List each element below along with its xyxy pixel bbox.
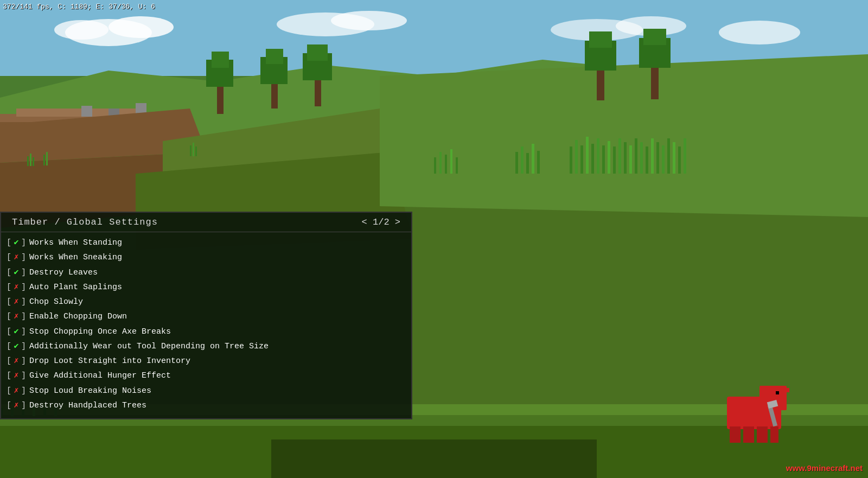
settings-list: [✔] Works When Standing[✗] Works When Sn… — [1, 232, 411, 418]
svg-rect-76 — [678, 146, 681, 174]
check-additionally-wear-out-tool: ✔ — [11, 340, 21, 353]
check-destroy-handplaced-trees: ✗ — [11, 399, 21, 412]
bracket-open: [ — [7, 281, 11, 294]
settings-title-bar: Timber / Global Settings < 1/2 > — [1, 213, 411, 232]
svg-rect-92 — [757, 426, 768, 443]
svg-rect-15 — [81, 106, 92, 117]
svg-rect-41 — [43, 155, 45, 165]
settings-title: Timber / Global Settings — [12, 217, 158, 227]
setting-item-additionally-wear-out-tool[interactable]: [✔] Additionally Wear out Tool Depending… — [1, 339, 411, 354]
svg-rect-35 — [651, 62, 659, 99]
setting-item-works-when-standing[interactable]: [✔] Works When Standing — [1, 235, 411, 250]
setting-item-destroy-leaves[interactable]: [✔] Destroy Leaves — [1, 265, 411, 280]
svg-rect-55 — [537, 151, 540, 174]
bracket-close: ] — [21, 237, 26, 249]
svg-rect-77 — [684, 138, 686, 174]
svg-rect-73 — [662, 145, 665, 174]
svg-rect-56 — [570, 146, 572, 174]
svg-point-3 — [54, 20, 108, 40]
setting-item-works-when-sneaking[interactable]: [✗] Works When Sneaking — [1, 250, 411, 265]
setting-item-stop-loud-breaking[interactable]: [✗] Stop Loud Breaking Noises — [1, 384, 411, 398]
svg-rect-66 — [624, 142, 627, 174]
bracket-open: [ — [7, 237, 11, 249]
svg-rect-37 — [643, 29, 666, 45]
bracket-open: [ — [7, 251, 11, 264]
svg-rect-59 — [586, 137, 589, 174]
bracket-close: ] — [21, 266, 26, 279]
bracket-close: ] — [21, 355, 26, 367]
bracket-close: ] — [21, 281, 26, 294]
setting-item-chop-slowly[interactable]: [✗] Chop Slowly — [1, 295, 411, 309]
settings-page[interactable]: < 1/2 > — [362, 217, 400, 227]
settings-panel[interactable]: Timber / Global Settings < 1/2 > [✔] Wor… — [0, 212, 412, 419]
check-enable-chopping-down: ✗ — [11, 310, 21, 323]
svg-rect-58 — [580, 145, 583, 174]
label-destroy-handplaced-trees: Destroy Handplaced Trees — [29, 399, 146, 412]
watermark-text: www.9minecraft.net — [786, 463, 863, 473]
red-mob — [716, 380, 781, 435]
label-drop-loot-straight: Drop Loot Straight into Inventory — [29, 355, 190, 367]
svg-rect-60 — [591, 144, 594, 174]
bracket-open: [ — [7, 310, 11, 323]
svg-rect-34 — [589, 31, 612, 48]
check-destroy-leaves: ✔ — [11, 266, 21, 279]
debug-info: 372/141 fps, C: 1189; E: 37/36, U: 6 — [3, 3, 155, 11]
svg-rect-69 — [640, 142, 643, 174]
bracket-open: [ — [7, 266, 11, 279]
svg-rect-40 — [33, 157, 34, 166]
svg-rect-87 — [271, 439, 597, 478]
label-stop-loud-breaking: Stop Loud Breaking Noises — [29, 385, 151, 397]
bracket-close: ] — [21, 340, 26, 353]
setting-item-stop-chopping-once-axe-breaks[interactable]: [✔] Stop Chopping Once Axe Breaks — [1, 324, 411, 339]
label-enable-chopping-down: Enable Chopping Down — [29, 310, 127, 323]
setting-item-drop-loot-straight[interactable]: [✗] Drop Loot Straight into Inventory — [1, 354, 411, 368]
setting-item-enable-chopping-down[interactable]: [✗] Enable Chopping Down — [1, 309, 411, 324]
check-stop-chopping-once-axe-breaks: ✔ — [11, 326, 21, 338]
svg-rect-65 — [618, 138, 621, 174]
svg-rect-38 — [27, 156, 29, 166]
label-auto-plant-saplings: Auto Plant Saplings — [29, 281, 122, 294]
svg-rect-25 — [212, 52, 229, 68]
svg-rect-51 — [515, 152, 518, 174]
svg-rect-17 — [136, 103, 146, 114]
check-works-when-standing: ✔ — [11, 237, 21, 249]
label-additionally-wear-out-tool: Additionally Wear out Tool Depending on … — [29, 340, 269, 353]
svg-rect-74 — [667, 138, 670, 174]
svg-rect-95 — [784, 388, 789, 392]
check-drop-loot-straight: ✗ — [11, 355, 21, 367]
svg-point-8 — [719, 21, 800, 44]
bracket-close: ] — [21, 326, 26, 338]
check-give-additional-hunger: ✗ — [11, 369, 21, 382]
svg-rect-71 — [651, 138, 654, 174]
check-chop-slowly: ✗ — [11, 296, 21, 308]
label-chop-slowly: Chop Slowly — [29, 296, 83, 308]
label-stop-chopping-once-axe-breaks: Stop Chopping Once Axe Breaks — [29, 326, 171, 338]
bracket-close: ] — [21, 310, 26, 323]
svg-rect-63 — [608, 141, 610, 174]
setting-item-give-additional-hunger[interactable]: [✗] Give Additional Hunger Effect — [1, 368, 411, 383]
svg-rect-54 — [532, 144, 534, 174]
svg-rect-39 — [30, 154, 31, 166]
svg-rect-44 — [193, 143, 194, 156]
svg-rect-61 — [597, 138, 599, 174]
setting-item-destroy-handplaced-trees[interactable]: [✗] Destroy Handplaced Trees — [1, 398, 411, 413]
svg-rect-48 — [445, 155, 447, 174]
svg-marker-22 — [380, 54, 868, 217]
svg-rect-91 — [743, 426, 754, 443]
svg-rect-28 — [266, 49, 283, 64]
label-works-when-sneaking: Works When Sneaking — [29, 251, 122, 264]
bracket-close: ] — [21, 399, 26, 412]
svg-rect-50 — [456, 157, 458, 174]
svg-point-5 — [331, 11, 407, 30]
check-stop-loud-breaking: ✗ — [11, 385, 21, 397]
svg-rect-42 — [46, 152, 48, 165]
svg-rect-64 — [613, 146, 616, 174]
svg-rect-43 — [190, 145, 192, 156]
svg-rect-94 — [776, 391, 779, 394]
svg-rect-93 — [770, 426, 778, 443]
bracket-open: [ — [7, 296, 11, 308]
svg-point-2 — [108, 16, 174, 38]
setting-item-auto-plant-saplings[interactable]: [✗] Auto Plant Saplings — [1, 280, 411, 295]
bracket-open: [ — [7, 340, 11, 353]
bracket-close: ] — [21, 296, 26, 308]
